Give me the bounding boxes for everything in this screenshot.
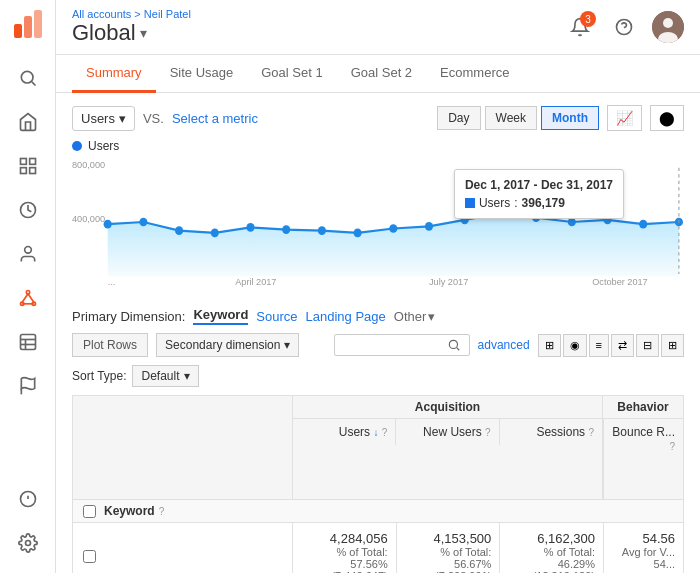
dim-source[interactable]: Source xyxy=(256,309,297,324)
metric-row: Users ▾ VS. Select a metric Day Week Mon… xyxy=(72,105,684,131)
svg-point-11 xyxy=(26,291,29,294)
metric-label: Users xyxy=(81,111,115,126)
svg-point-38 xyxy=(282,225,290,234)
account-dropdown-arrow: ▾ xyxy=(140,25,147,41)
sidebar-item-dashboard[interactable] xyxy=(10,148,46,184)
secondary-dimension-selector[interactable]: Secondary dimension ▾ xyxy=(156,333,299,357)
sidebar-item-settings[interactable] xyxy=(10,525,46,561)
secondary-dim-label: Secondary dimension xyxy=(165,338,280,352)
dim-landing-page[interactable]: Landing Page xyxy=(306,309,386,324)
view-pivot-button[interactable]: ⊟ xyxy=(636,334,659,357)
svg-rect-1 xyxy=(24,16,32,38)
sidebar-item-insights[interactable] xyxy=(10,481,46,517)
vs-label: VS. xyxy=(143,111,164,126)
dim-other[interactable]: Other ▾ xyxy=(394,309,436,324)
sort-select[interactable]: Default ▾ xyxy=(132,365,198,387)
notification-badge: 3 xyxy=(580,11,596,27)
view-icons-group: ⊞ ◉ ≡ ⇄ ⊟ ⊞ xyxy=(538,334,684,357)
svg-point-34 xyxy=(139,218,147,227)
tab-bar: Summary Site Usage Goal Set 1 Goal Set 2… xyxy=(56,55,700,93)
sort-value: Default xyxy=(141,369,179,383)
sessions-value: 6,162,300 xyxy=(508,531,595,546)
view-compare-button[interactable]: ⇄ xyxy=(611,334,634,357)
header-right: 3 xyxy=(564,11,684,43)
view-grid-button[interactable]: ⊞ xyxy=(538,334,561,357)
tooltip-value: Users: 396,179 xyxy=(465,196,613,210)
time-button-group: Day Week Month 📈 ⬤ xyxy=(437,105,684,131)
data-table: Acquisition Users ↓ ? New Users ? Sessi xyxy=(72,395,684,573)
sidebar-item-behavior[interactable] xyxy=(10,324,46,360)
svg-line-14 xyxy=(22,294,28,302)
sessions-pct: % of Total: 46.29% xyxy=(508,546,595,570)
sidebar-item-search[interactable] xyxy=(10,60,46,96)
svg-rect-8 xyxy=(29,168,35,174)
dimension-row: Primary Dimension: Keyword Source Landin… xyxy=(72,307,684,325)
sidebar-item-home[interactable] xyxy=(10,104,46,140)
chart-legend: Users xyxy=(72,139,684,153)
sessions-help-icon[interactable]: ? xyxy=(588,427,594,438)
svg-point-25 xyxy=(25,541,30,546)
legend-label-users: Users xyxy=(88,139,119,153)
pie-chart-button[interactable]: ⬤ xyxy=(650,105,684,131)
help-button[interactable] xyxy=(608,11,640,43)
advanced-link[interactable]: advanced xyxy=(478,338,530,352)
td-bounce-rate: 54.56 Avg for V... 54... xyxy=(603,523,683,573)
select-metric-link[interactable]: Select a metric xyxy=(172,111,258,126)
dim-keyword[interactable]: Keyword xyxy=(193,307,248,325)
secondary-dim-arrow: ▾ xyxy=(284,338,290,352)
tooltip-metric: Users xyxy=(479,196,510,210)
tab-goal-set-2[interactable]: Goal Set 2 xyxy=(337,55,426,93)
svg-point-10 xyxy=(24,247,31,254)
account-name: Global xyxy=(72,20,136,46)
view-list-button[interactable]: ≡ xyxy=(589,334,609,357)
time-btn-week[interactable]: Week xyxy=(485,106,537,130)
tab-summary[interactable]: Summary xyxy=(72,55,156,93)
plot-rows-button[interactable]: Plot Rows xyxy=(72,333,148,357)
user-avatar[interactable] xyxy=(652,11,684,43)
line-chart-button[interactable]: 📈 xyxy=(607,105,642,131)
row-checkbox[interactable] xyxy=(83,550,96,563)
svg-line-56 xyxy=(456,348,459,351)
notification-button[interactable]: 3 xyxy=(564,11,596,43)
chart-tooltip: Dec 1, 2017 - Dec 31, 2017 Users: 396,17… xyxy=(454,169,624,219)
sidebar-item-reports[interactable] xyxy=(10,192,46,228)
sidebar-item-acquisition[interactable] xyxy=(10,280,46,316)
sidebar xyxy=(0,0,56,573)
search-input[interactable] xyxy=(343,338,443,352)
legend-dot-users xyxy=(72,141,82,151)
app-logo[interactable] xyxy=(12,8,44,40)
dim-other-arrow: ▾ xyxy=(428,309,435,324)
svg-text:400,000: 400,000 xyxy=(72,213,105,224)
breadcrumb-link[interactable]: All accounts > Neil Patel xyxy=(72,8,191,20)
svg-point-37 xyxy=(246,223,254,232)
sidebar-item-conversions[interactable] xyxy=(10,368,46,404)
dimension-label: Primary Dimension: xyxy=(72,309,185,324)
keyword-help-icon[interactable]: ? xyxy=(159,506,165,517)
table-row: 4,284,056 % of Total: 57.56% (7,442,647)… xyxy=(73,523,683,573)
tab-ecommerce[interactable]: Ecommerce xyxy=(426,55,523,93)
time-btn-day[interactable]: Day xyxy=(437,106,480,130)
select-all-checkbox[interactable] xyxy=(83,505,96,518)
td-users: 4,284,056 % of Total: 57.56% (7,442,647) xyxy=(293,523,396,573)
time-btn-month[interactable]: Month xyxy=(541,106,599,130)
new-users-help-icon[interactable]: ? xyxy=(485,427,491,438)
view-table-button[interactable]: ⊞ xyxy=(661,334,684,357)
breadcrumb: All accounts > Neil Patel xyxy=(72,8,191,20)
svg-text:April 2017: April 2017 xyxy=(235,276,276,287)
sidebar-item-users[interactable] xyxy=(10,236,46,272)
tab-site-usage[interactable]: Site Usage xyxy=(156,55,248,93)
tooltip-date: Dec 1, 2017 - Dec 31, 2017 xyxy=(465,178,613,192)
th-bounce-rate: Bounce R... ? xyxy=(603,419,683,499)
account-title[interactable]: Global ▾ xyxy=(72,20,191,46)
svg-point-3 xyxy=(21,71,33,83)
svg-rect-5 xyxy=(20,159,26,165)
view-pie-button[interactable]: ◉ xyxy=(563,334,587,357)
tab-goal-set-1[interactable]: Goal Set 1 xyxy=(247,55,336,93)
th-new-users: New Users ? xyxy=(395,419,498,445)
metric-selector[interactable]: Users ▾ xyxy=(72,106,135,131)
bounce-rate-avg: 54... xyxy=(612,558,675,570)
users-help-icon[interactable]: ? xyxy=(382,427,388,438)
bounce-help-icon[interactable]: ? xyxy=(669,441,675,452)
svg-point-29 xyxy=(663,18,673,28)
new-users-value: 4,153,500 xyxy=(405,531,492,546)
